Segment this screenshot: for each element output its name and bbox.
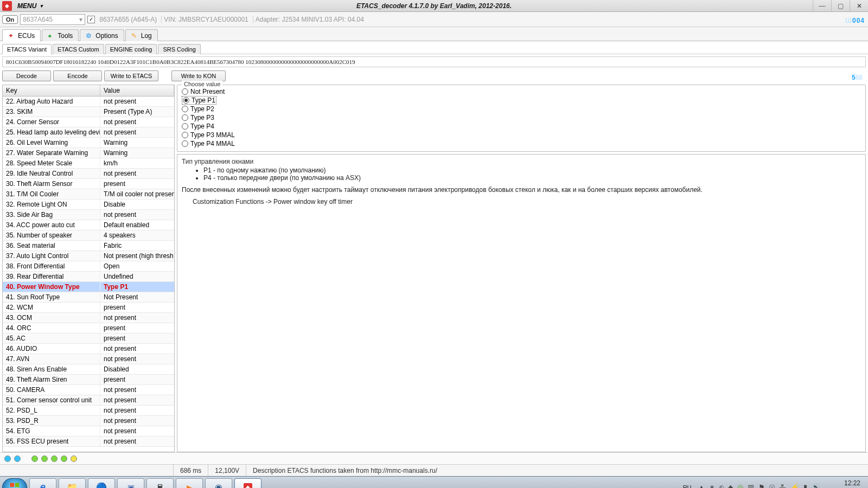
table-row[interactable]: 33. Side Air Bagnot present xyxy=(3,210,174,220)
taskbar-app-1[interactable]: ▣ xyxy=(117,478,144,489)
encode-button[interactable]: Encode xyxy=(53,70,102,81)
table-row[interactable]: 52. PSD_Lnot present xyxy=(3,406,174,416)
col-key[interactable]: Key xyxy=(3,85,100,96)
taskbar-app-2[interactable]: ◉ xyxy=(205,478,232,489)
tray-nvidia-icon[interactable]: ◎ xyxy=(737,483,743,488)
table-body[interactable]: 22. Airbag Auto Hazardnot present23. SKI… xyxy=(3,97,174,452)
tab-log[interactable]: Log xyxy=(125,29,158,41)
minimize-button[interactable]: — xyxy=(813,0,831,11)
table-row[interactable]: 27. Water Separate WarningWarning xyxy=(3,148,174,158)
tray-battery-icon[interactable]: ▮ xyxy=(803,483,807,488)
taskbar-media-player[interactable]: ▶ xyxy=(176,478,203,489)
table-row[interactable]: 22. Airbag Auto Hazardnot present xyxy=(3,97,174,107)
radio-option[interactable]: Type P4 MMAL xyxy=(182,139,861,148)
table-row[interactable]: 26. Oil Level WarningWarning xyxy=(3,138,174,148)
subtab-etacs-variant[interactable]: ETACS Variant xyxy=(2,44,52,54)
row-value: not present xyxy=(100,169,174,178)
table-row[interactable]: 44. ORCpresent xyxy=(3,323,174,333)
row-key: 23. SKIM xyxy=(3,107,100,117)
taskbar-chrome[interactable]: 🔵 xyxy=(88,478,115,489)
table-row[interactable]: 45. ACpresent xyxy=(3,333,174,344)
radio-option[interactable]: Type P3 xyxy=(182,113,861,122)
table-row[interactable]: 41. Sun Roof TypeNot Present xyxy=(3,292,174,303)
row-key: 49. Theft Alarm Siren xyxy=(3,375,100,384)
tray-volume-icon[interactable]: 🔊 xyxy=(812,483,820,488)
close-button[interactable]: ✕ xyxy=(850,0,868,11)
tray-usb-icon[interactable]: ♣ xyxy=(728,483,733,488)
segment-counter: 588 xyxy=(852,69,866,82)
on-toggle[interactable]: On xyxy=(2,15,18,24)
col-value[interactable]: Value xyxy=(100,85,174,96)
maximize-button[interactable]: ▢ xyxy=(831,0,850,11)
radio-option[interactable]: Type P3 MMAL xyxy=(182,131,861,139)
write-kon-button[interactable]: Write to KON xyxy=(171,70,226,81)
row-key: 41. Sun Roof Type xyxy=(3,292,100,302)
radio-option[interactable]: Not Present xyxy=(182,87,861,96)
table-row[interactable]: 32. Remote Light ONDisable xyxy=(3,200,174,210)
ecu-checkbox[interactable]: ✓ xyxy=(87,16,95,23)
tray-monitor-icon[interactable]: ▥ xyxy=(748,483,754,488)
tab-options[interactable]: Options xyxy=(80,29,124,41)
radio-label: Type P4 xyxy=(190,123,214,130)
table-row[interactable]: 25. Head lamp auto leveling devicenot pr… xyxy=(3,127,174,138)
radio-option[interactable]: Type P1 xyxy=(182,96,216,105)
radio-label: Not Present xyxy=(190,88,225,95)
table-row[interactable]: 35. Number of speaker4 speakers xyxy=(3,230,174,241)
table-row[interactable]: 47. AVNnot present xyxy=(3,354,174,364)
tray-flag-icon[interactable]: ▲ xyxy=(698,483,705,488)
taskbar-ie[interactable]: e xyxy=(29,478,56,489)
table-row[interactable]: 54. ETGnot present xyxy=(3,426,174,436)
table-row[interactable]: 51. Corner sensor control unitnot presen… xyxy=(3,395,174,406)
tray-network-icon[interactable]: 🖧 xyxy=(779,483,786,488)
tray-shield-icon[interactable]: ⚑ xyxy=(758,483,765,488)
table-row[interactable]: 29. Idle Neutral Controlnot present xyxy=(3,169,174,179)
decode-button[interactable]: Decode xyxy=(2,70,51,81)
table-row[interactable]: 50. CAMERAnot present xyxy=(3,385,174,395)
table-row[interactable]: 53. PSD_Rnot present xyxy=(3,416,174,426)
hex-string[interactable]: 801C630B50094007DF18016182240 1040D0122A… xyxy=(2,56,866,67)
tray-clock[interactable]: 12:22 21.10.2016 xyxy=(825,479,864,488)
taskbar-etacs-decoder[interactable]: ◆ xyxy=(234,478,261,489)
subtab-engine-coding[interactable]: ENGINE coding xyxy=(105,44,157,54)
row-value: not present xyxy=(100,210,174,220)
table-row[interactable]: 40. Power Window TypeType P1 xyxy=(3,282,174,292)
tray-wifi-icon[interactable]: ⦾ xyxy=(769,483,775,489)
row-key: 39. Rear Differential xyxy=(3,272,100,281)
radio-option[interactable]: Type P2 xyxy=(182,105,861,113)
tray-power-icon[interactable]: ⚡ xyxy=(790,483,799,488)
taskbar-calculator[interactable]: 🖩 xyxy=(146,478,174,489)
row-key: 45. AC xyxy=(3,333,100,343)
table-row[interactable]: 55. FSS ECU presentnot present xyxy=(3,436,174,447)
table-row[interactable]: 43. OCMnot present xyxy=(3,313,174,323)
radio-option[interactable]: Type P4 xyxy=(182,122,861,131)
tab-ecus[interactable]: ECUs xyxy=(2,29,41,41)
ecu-select-1[interactable]: 8637A645▾ xyxy=(20,14,85,25)
tray-bluetooth-icon[interactable]: ∗ xyxy=(709,483,715,488)
table-row[interactable]: 28. Speed Meter Scalekm/h xyxy=(3,158,174,169)
table-row[interactable]: 36. Seat materialFabric xyxy=(3,241,174,251)
start-button[interactable] xyxy=(2,478,27,489)
tab-tools[interactable]: Tools xyxy=(42,29,79,41)
taskbar-explorer[interactable]: 📁 xyxy=(59,478,86,489)
table-row[interactable]: 34. ACC power auto cutDefault enabled xyxy=(3,220,174,230)
table-row[interactable]: 48. Siren Ans EnableDisabled xyxy=(3,364,174,375)
row-value: km/h xyxy=(100,158,174,168)
subtab-srs-coding[interactable]: SRS Coding xyxy=(158,44,201,54)
table-row[interactable]: 23. SKIMPresent (Type A) xyxy=(3,107,174,117)
table-row[interactable]: 37. Auto Light ControlNot present (high … xyxy=(3,251,174,261)
table-row[interactable]: 46. AUDIOnot present xyxy=(3,344,174,354)
subtab-etacs-custom[interactable]: ETACS Custom xyxy=(53,44,104,54)
row-key: 40. Power Window Type xyxy=(3,282,100,292)
language-indicator[interactable]: RU xyxy=(681,483,694,489)
tray-device-icon[interactable]: ⎋ xyxy=(719,483,724,488)
table-row[interactable]: 30. Theft Alarm Sensorpresent xyxy=(3,179,174,189)
table-row[interactable]: 49. Theft Alarm Sirenpresent xyxy=(3,375,174,385)
write-etacs-button[interactable]: Write to ETACS xyxy=(104,70,158,81)
table-row[interactable]: 39. Rear DifferentialUndefined xyxy=(3,272,174,282)
table-row[interactable]: 31. T/M Oil CoolerT/M oil cooler not pre… xyxy=(3,189,174,200)
system-tray: RU ▲ ∗ ⎋ ♣ ◎ ▥ ⚑ ⦾ 🖧 ⚡ ▮ 🔊 12:22 21.10.2… xyxy=(681,479,866,488)
table-row[interactable]: 42. WCMpresent xyxy=(3,303,174,313)
menu-dropdown[interactable]: MENU xyxy=(14,2,44,10)
table-row[interactable]: 24. Corner Sensornot present xyxy=(3,117,174,127)
table-row[interactable]: 38. Front DifferentialOpen xyxy=(3,261,174,272)
